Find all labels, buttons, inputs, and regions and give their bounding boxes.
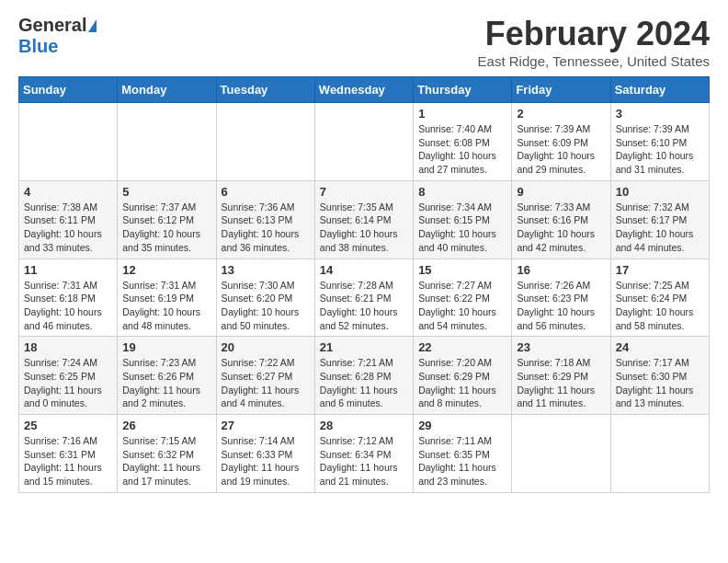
- day-number: 13: [222, 263, 310, 277]
- day-cell: 12Sunrise: 7:31 AM Sunset: 6:19 PM Dayli…: [118, 259, 216, 337]
- day-number: 24: [616, 340, 704, 354]
- day-cell: 26Sunrise: 7:15 AM Sunset: 6:32 PM Dayli…: [118, 415, 216, 493]
- calendar-table: SundayMondayTuesdayWednesdayThursdayFrid…: [18, 76, 710, 493]
- header: General Blue February 2024 East Ridge, T…: [18, 15, 710, 69]
- day-number: 28: [320, 419, 408, 432]
- day-info: Sunrise: 7:14 AM Sunset: 6:33 PM Dayligh…: [222, 434, 310, 488]
- day-number: 10: [616, 185, 704, 199]
- day-cell: 7Sunrise: 7:35 AM Sunset: 6:14 PM Daylig…: [314, 180, 413, 259]
- day-number: 23: [517, 340, 605, 354]
- day-cell: 22Sunrise: 7:20 AM Sunset: 6:29 PM Dayli…: [414, 337, 512, 415]
- day-info: Sunrise: 7:22 AM Sunset: 6:27 PM Dayligh…: [222, 356, 310, 410]
- day-number: 25: [24, 419, 112, 432]
- day-number: 8: [418, 185, 506, 199]
- day-cell: 23Sunrise: 7:18 AM Sunset: 6:29 PM Dayli…: [512, 337, 610, 415]
- day-info: Sunrise: 7:28 AM Sunset: 6:21 PM Dayligh…: [320, 279, 408, 333]
- calendar-subtitle: East Ridge, Tennessee, United States: [478, 53, 710, 69]
- day-cell: [512, 415, 610, 493]
- day-number: 21: [320, 340, 408, 354]
- day-number: 15: [418, 263, 506, 277]
- header-cell-monday: Monday: [118, 77, 216, 103]
- day-info: Sunrise: 7:11 AM Sunset: 6:35 PM Dayligh…: [418, 434, 506, 488]
- day-info: Sunrise: 7:38 AM Sunset: 6:11 PM Dayligh…: [24, 201, 112, 255]
- day-number: 5: [122, 185, 210, 199]
- day-number: 4: [24, 185, 112, 199]
- day-number: 27: [222, 419, 310, 432]
- day-cell: 4Sunrise: 7:38 AM Sunset: 6:11 PM Daylig…: [19, 180, 118, 259]
- day-cell: 10Sunrise: 7:32 AM Sunset: 6:17 PM Dayli…: [610, 180, 709, 259]
- day-info: Sunrise: 7:31 AM Sunset: 6:18 PM Dayligh…: [24, 279, 112, 333]
- day-info: Sunrise: 7:26 AM Sunset: 6:23 PM Dayligh…: [517, 279, 605, 333]
- day-number: 3: [616, 107, 704, 121]
- day-info: Sunrise: 7:25 AM Sunset: 6:24 PM Dayligh…: [616, 279, 704, 333]
- day-number: 2: [517, 107, 605, 121]
- day-info: Sunrise: 7:39 AM Sunset: 6:10 PM Dayligh…: [616, 122, 704, 177]
- week-row-1: 1Sunrise: 7:40 AM Sunset: 6:08 PM Daylig…: [19, 103, 710, 181]
- day-info: Sunrise: 7:24 AM Sunset: 6:25 PM Dayligh…: [24, 356, 112, 410]
- day-cell: [216, 103, 314, 181]
- day-cell: 1Sunrise: 7:40 AM Sunset: 6:08 PM Daylig…: [414, 103, 512, 181]
- week-row-2: 4Sunrise: 7:38 AM Sunset: 6:11 PM Daylig…: [19, 180, 710, 259]
- day-cell: 27Sunrise: 7:14 AM Sunset: 6:33 PM Dayli…: [216, 415, 314, 493]
- day-cell: 29Sunrise: 7:11 AM Sunset: 6:35 PM Dayli…: [414, 415, 512, 493]
- day-number: 17: [616, 263, 704, 277]
- day-info: Sunrise: 7:18 AM Sunset: 6:29 PM Dayligh…: [517, 356, 605, 410]
- day-cell: [118, 103, 216, 181]
- day-cell: 2Sunrise: 7:39 AM Sunset: 6:09 PM Daylig…: [512, 103, 610, 181]
- day-cell: 13Sunrise: 7:30 AM Sunset: 6:20 PM Dayli…: [216, 259, 314, 337]
- day-number: 11: [24, 263, 112, 277]
- day-cell: 3Sunrise: 7:39 AM Sunset: 6:10 PM Daylig…: [610, 103, 709, 181]
- day-number: 1: [418, 107, 506, 121]
- day-cell: 20Sunrise: 7:22 AM Sunset: 6:27 PM Dayli…: [216, 337, 314, 415]
- day-info: Sunrise: 7:34 AM Sunset: 6:15 PM Dayligh…: [418, 201, 506, 255]
- day-info: Sunrise: 7:12 AM Sunset: 6:34 PM Dayligh…: [320, 434, 408, 488]
- day-info: Sunrise: 7:33 AM Sunset: 6:16 PM Dayligh…: [517, 201, 605, 255]
- day-cell: [610, 415, 709, 493]
- day-number: 16: [517, 263, 605, 277]
- day-info: Sunrise: 7:30 AM Sunset: 6:20 PM Dayligh…: [222, 279, 310, 333]
- header-row: SundayMondayTuesdayWednesdayThursdayFrid…: [19, 77, 710, 103]
- day-cell: 5Sunrise: 7:37 AM Sunset: 6:12 PM Daylig…: [118, 180, 216, 259]
- day-info: Sunrise: 7:36 AM Sunset: 6:13 PM Dayligh…: [222, 201, 310, 255]
- day-info: Sunrise: 7:15 AM Sunset: 6:32 PM Dayligh…: [122, 434, 210, 488]
- day-info: Sunrise: 7:21 AM Sunset: 6:28 PM Dayligh…: [320, 356, 408, 410]
- day-number: 18: [24, 340, 112, 354]
- logo-general-text: General: [18, 15, 86, 36]
- day-number: 20: [222, 340, 310, 354]
- day-number: 19: [122, 340, 210, 354]
- day-info: Sunrise: 7:32 AM Sunset: 6:17 PM Dayligh…: [616, 201, 704, 255]
- day-info: Sunrise: 7:31 AM Sunset: 6:19 PM Dayligh…: [122, 279, 210, 333]
- day-info: Sunrise: 7:23 AM Sunset: 6:26 PM Dayligh…: [122, 356, 210, 410]
- day-info: Sunrise: 7:40 AM Sunset: 6:08 PM Dayligh…: [418, 122, 506, 177]
- day-number: 12: [122, 263, 210, 277]
- day-cell: 17Sunrise: 7:25 AM Sunset: 6:24 PM Dayli…: [610, 259, 709, 337]
- day-cell: 21Sunrise: 7:21 AM Sunset: 6:28 PM Dayli…: [314, 337, 413, 415]
- day-cell: 16Sunrise: 7:26 AM Sunset: 6:23 PM Dayli…: [512, 259, 610, 337]
- day-cell: 28Sunrise: 7:12 AM Sunset: 6:34 PM Dayli…: [314, 415, 413, 493]
- calendar-header: SundayMondayTuesdayWednesdayThursdayFrid…: [19, 77, 710, 103]
- day-number: 22: [418, 340, 506, 354]
- logo: General Blue: [18, 15, 97, 57]
- day-info: Sunrise: 7:27 AM Sunset: 6:22 PM Dayligh…: [418, 279, 506, 333]
- day-info: Sunrise: 7:20 AM Sunset: 6:29 PM Dayligh…: [418, 356, 506, 410]
- day-cell: 9Sunrise: 7:33 AM Sunset: 6:16 PM Daylig…: [512, 180, 610, 259]
- day-cell: 6Sunrise: 7:36 AM Sunset: 6:13 PM Daylig…: [216, 180, 314, 259]
- week-row-3: 11Sunrise: 7:31 AM Sunset: 6:18 PM Dayli…: [19, 259, 710, 337]
- day-number: 6: [222, 185, 310, 199]
- day-cell: [19, 103, 118, 181]
- header-cell-saturday: Saturday: [610, 77, 709, 103]
- header-cell-sunday: Sunday: [19, 77, 118, 103]
- day-cell: 25Sunrise: 7:16 AM Sunset: 6:31 PM Dayli…: [19, 415, 118, 493]
- header-cell-friday: Friday: [512, 77, 610, 103]
- calendar-body: 1Sunrise: 7:40 AM Sunset: 6:08 PM Daylig…: [19, 103, 710, 493]
- week-row-5: 25Sunrise: 7:16 AM Sunset: 6:31 PM Dayli…: [19, 415, 710, 493]
- day-cell: 24Sunrise: 7:17 AM Sunset: 6:30 PM Dayli…: [610, 337, 709, 415]
- day-cell: 19Sunrise: 7:23 AM Sunset: 6:26 PM Dayli…: [118, 337, 216, 415]
- day-info: Sunrise: 7:39 AM Sunset: 6:09 PM Dayligh…: [517, 122, 605, 177]
- header-cell-thursday: Thursday: [414, 77, 512, 103]
- day-cell: 8Sunrise: 7:34 AM Sunset: 6:15 PM Daylig…: [414, 180, 512, 259]
- day-number: 9: [517, 185, 605, 199]
- day-number: 26: [122, 419, 210, 432]
- day-cell: 11Sunrise: 7:31 AM Sunset: 6:18 PM Dayli…: [19, 259, 118, 337]
- day-info: Sunrise: 7:37 AM Sunset: 6:12 PM Dayligh…: [122, 201, 210, 255]
